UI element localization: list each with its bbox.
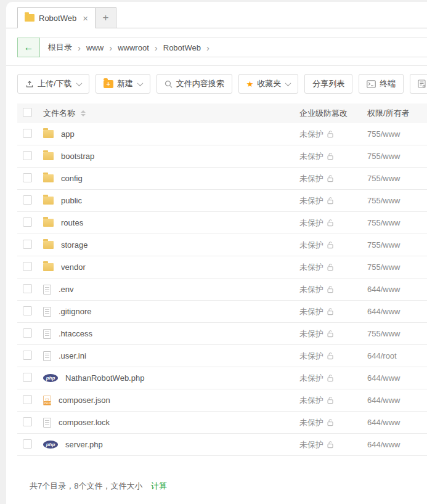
file-name-link[interactable]: composer.lock bbox=[59, 418, 110, 427]
tamper-status[interactable]: 未保护 bbox=[299, 417, 323, 428]
permission-owner[interactable]: 755/www bbox=[367, 329, 400, 338]
row-checkbox[interactable] bbox=[23, 129, 32, 138]
tamper-status[interactable]: 未保护 bbox=[299, 262, 323, 273]
file-name-link[interactable]: vendor bbox=[61, 262, 86, 272]
permission-owner[interactable]: 644/www bbox=[367, 418, 400, 427]
row-checkbox[interactable] bbox=[23, 395, 32, 404]
row-checkbox[interactable] bbox=[23, 262, 32, 271]
tamper-status[interactable]: 未保护 bbox=[299, 129, 323, 140]
breadcrumb-item[interactable]: www bbox=[86, 43, 104, 52]
tamper-status[interactable]: 未保护 bbox=[299, 306, 323, 317]
tamper-status[interactable]: 未保护 bbox=[299, 328, 323, 339]
file-name-link[interactable]: server.php bbox=[65, 440, 103, 449]
file-operations-log-button[interactable]: 文件操作记录 bbox=[410, 74, 427, 94]
file-name-link[interactable]: composer.json bbox=[59, 396, 110, 405]
tamper-status[interactable]: 未保护 bbox=[299, 217, 323, 229]
new-button[interactable]: + 新建 bbox=[96, 74, 150, 94]
table-row: .gitignore未保护644/www bbox=[17, 301, 427, 323]
unlock-icon bbox=[327, 396, 334, 404]
tamper-status[interactable]: 未保护 bbox=[299, 351, 323, 362]
file-name-link[interactable]: .user.ini bbox=[59, 351, 86, 360]
permission-owner[interactable]: 755/www bbox=[367, 262, 400, 272]
content-search-button[interactable]: 文件内容搜索 bbox=[157, 74, 232, 94]
permission-owner[interactable]: 644/www bbox=[367, 307, 400, 316]
tab-robotweb[interactable]: RobotWeb × bbox=[17, 7, 96, 28]
button-label: 新建 bbox=[117, 78, 133, 89]
permission-owner[interactable]: 644/www bbox=[367, 396, 400, 405]
share-list-button[interactable]: 分享列表 bbox=[304, 74, 352, 94]
unlock-icon bbox=[327, 330, 334, 338]
file-icon bbox=[43, 418, 51, 428]
chevron-down-icon bbox=[285, 80, 291, 86]
tamper-status[interactable]: 未保护 bbox=[299, 284, 323, 295]
button-label: 分享列表 bbox=[312, 78, 344, 89]
select-all-checkbox[interactable] bbox=[23, 108, 32, 117]
file-name-link[interactable]: NathanRobotWeb.php bbox=[65, 373, 144, 383]
file-name-link[interactable]: config bbox=[61, 174, 83, 183]
row-checkbox[interactable] bbox=[23, 351, 32, 360]
calculate-size-link[interactable]: 计算 bbox=[151, 481, 167, 490]
permission-owner[interactable]: 755/www bbox=[367, 152, 400, 161]
row-checkbox[interactable] bbox=[23, 151, 32, 160]
button-label: 文件内容搜索 bbox=[176, 78, 224, 89]
folder-icon bbox=[43, 219, 54, 227]
breadcrumb-item[interactable]: RobotWeb bbox=[163, 43, 201, 52]
permission-owner[interactable]: 755/www bbox=[367, 174, 400, 183]
file-name-link[interactable]: storage bbox=[61, 240, 87, 250]
row-checkbox[interactable] bbox=[23, 240, 32, 249]
table-header: 文件名称 企业级防篡改 权限/所有者 bbox=[17, 104, 427, 123]
permission-owner[interactable]: 755/www bbox=[367, 129, 400, 139]
new-tab-button[interactable]: + bbox=[96, 7, 116, 28]
chevron-down-icon bbox=[76, 80, 82, 86]
folder-icon bbox=[43, 241, 54, 249]
row-checkbox[interactable] bbox=[23, 284, 32, 293]
tamper-status[interactable]: 未保护 bbox=[299, 151, 323, 162]
row-checkbox[interactable] bbox=[23, 328, 32, 338]
permission-owner[interactable]: 755/www bbox=[367, 240, 400, 250]
row-checkbox[interactable] bbox=[23, 195, 32, 205]
file-name-link[interactable]: .gitignore bbox=[59, 307, 91, 316]
unlock-icon bbox=[327, 263, 334, 271]
file-name-link[interactable]: app bbox=[61, 129, 75, 139]
row-checkbox[interactable] bbox=[23, 373, 32, 382]
terminal-button[interactable]: 终端 bbox=[359, 74, 404, 94]
row-checkbox[interactable] bbox=[23, 217, 32, 227]
breadcrumb-item[interactable]: 根目录 bbox=[48, 42, 72, 53]
sort-icon[interactable] bbox=[81, 110, 86, 116]
file-name-link[interactable]: .htaccess bbox=[59, 329, 92, 338]
file-name-link[interactable]: routes bbox=[61, 218, 83, 227]
arrow-left-icon: ← bbox=[24, 42, 34, 53]
row-checkbox[interactable] bbox=[23, 306, 32, 315]
tamper-status[interactable]: 未保护 bbox=[299, 240, 323, 251]
table-row: config未保护755/www bbox=[17, 168, 427, 190]
file-name-link[interactable]: .env bbox=[59, 285, 74, 294]
upload-download-button[interactable]: 上传/下载 bbox=[17, 74, 89, 94]
permission-owner[interactable]: 755/www bbox=[367, 218, 400, 227]
unlock-icon bbox=[327, 307, 334, 315]
row-checkbox[interactable] bbox=[23, 417, 32, 426]
unlock-icon bbox=[327, 441, 334, 449]
breadcrumb-item[interactable]: wwwroot bbox=[118, 43, 149, 52]
table-row: storage未保护755/www bbox=[17, 234, 427, 256]
permission-owner[interactable]: 644/root bbox=[367, 351, 397, 360]
tamper-status[interactable]: 未保护 bbox=[299, 195, 323, 206]
new-folder-icon: + bbox=[104, 80, 113, 88]
permission-owner[interactable]: 644/www bbox=[367, 373, 400, 383]
unlock-icon bbox=[327, 241, 334, 249]
column-header-permissions: 权限/所有者 bbox=[367, 108, 410, 118]
favorites-button[interactable]: ★ 收藏夹 bbox=[238, 74, 299, 94]
back-button[interactable]: ← bbox=[17, 38, 40, 57]
tamper-status[interactable]: 未保护 bbox=[299, 395, 323, 406]
tamper-status[interactable]: 未保护 bbox=[299, 173, 323, 184]
tamper-status[interactable]: 未保护 bbox=[299, 439, 323, 450]
tamper-status[interactable]: 未保护 bbox=[299, 373, 323, 384]
permission-owner[interactable]: 644/www bbox=[367, 440, 400, 449]
close-icon[interactable]: × bbox=[83, 14, 88, 23]
row-checkbox[interactable] bbox=[23, 439, 32, 449]
row-checkbox[interactable] bbox=[23, 173, 32, 182]
permission-owner[interactable]: 755/www bbox=[367, 196, 400, 205]
folder-icon bbox=[43, 152, 54, 160]
permission-owner[interactable]: 644/www bbox=[367, 285, 400, 294]
file-name-link[interactable]: public bbox=[61, 196, 82, 205]
file-name-link[interactable]: bootstrap bbox=[61, 152, 94, 161]
